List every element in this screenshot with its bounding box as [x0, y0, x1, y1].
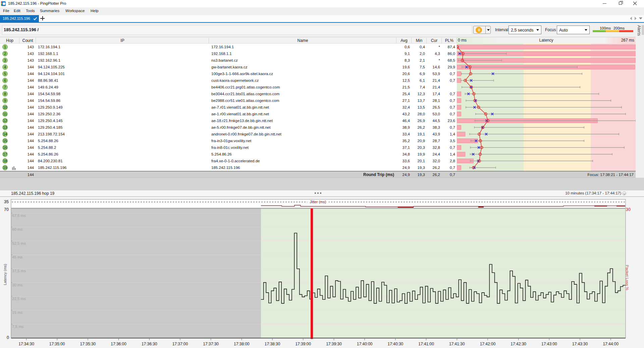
svg-text:17:39:00: 17:39:00 [295, 342, 311, 346]
svg-text:17:40:00: 17:40:00 [357, 342, 373, 346]
svg-text:17:41:30: 17:41:30 [449, 342, 465, 346]
svg-text:60 ms: 60 ms [12, 227, 23, 231]
svg-text:17:36:00: 17:36:00 [111, 342, 126, 346]
svg-text:52,5 ms: 52,5 ms [12, 241, 26, 245]
svg-text:67,5 ms: 67,5 ms [12, 214, 26, 218]
svg-text:17:42:00: 17:42:00 [480, 342, 496, 346]
svg-text:17:38:00: 17:38:00 [234, 342, 250, 346]
svg-text:37,5 ms: 37,5 ms [12, 269, 26, 273]
svg-text:17:39:30: 17:39:30 [326, 342, 342, 346]
svg-text:17:35:30: 17:35:30 [80, 342, 96, 346]
svg-text:17:42:30: 17:42:30 [511, 342, 526, 346]
svg-text:17:41:00: 17:41:00 [418, 342, 434, 346]
svg-text:17:40:30: 17:40:30 [388, 342, 404, 346]
svg-text:7,5 ms: 7,5 ms [12, 325, 24, 329]
svg-text:17:43:30: 17:43:30 [572, 342, 588, 346]
svg-text:17:44:00: 17:44:00 [603, 342, 619, 346]
svg-text:45 ms: 45 ms [12, 255, 23, 259]
svg-text:17:37:30: 17:37:30 [203, 342, 219, 346]
svg-text:17:37:00: 17:37:00 [172, 342, 188, 346]
svg-text:Jitter (ms): Jitter (ms) [310, 200, 326, 204]
svg-text:17:35:00: 17:35:00 [49, 342, 65, 346]
svg-text:30 ms: 30 ms [12, 283, 23, 287]
svg-text:22,5 ms: 22,5 ms [12, 297, 26, 301]
svg-text:17:38:30: 17:38:30 [265, 342, 280, 346]
svg-text:17:34:30: 17:34:30 [18, 342, 34, 346]
svg-text:17:43:00: 17:43:00 [541, 342, 557, 346]
svg-text:15 ms: 15 ms [12, 310, 23, 314]
svg-text:17:36:30: 17:36:30 [142, 342, 157, 346]
